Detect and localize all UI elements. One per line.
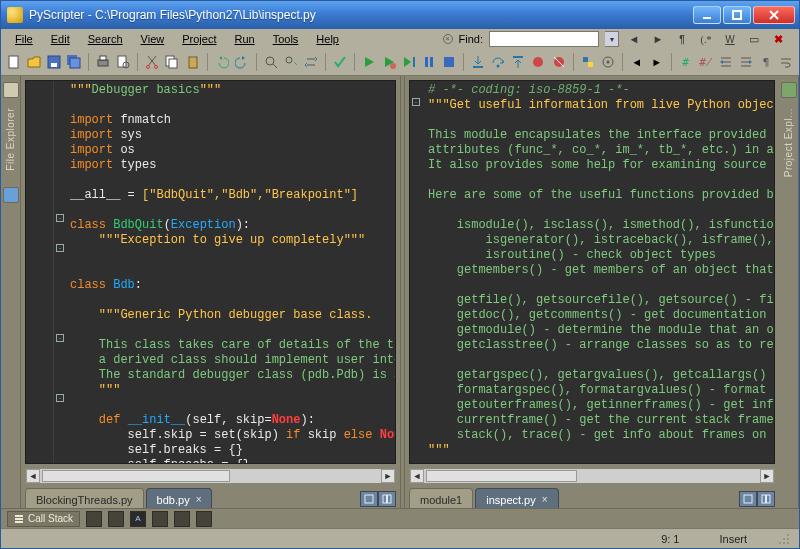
toggle-ws-icon[interactable]: ¶ <box>757 52 775 72</box>
find-option-case-icon[interactable]: ¶ <box>673 30 691 48</box>
call-stack-panel-tab[interactable]: Call Stack <box>7 511 80 527</box>
right-dock-label[interactable]: Project Expl... <box>783 108 794 177</box>
bottom-tool-2-icon[interactable] <box>108 511 124 527</box>
file-explorer-toggle-icon[interactable] <box>3 82 19 98</box>
toggle-wrap-icon[interactable] <box>777 52 795 72</box>
tab-close-icon[interactable]: × <box>196 494 202 505</box>
menu-view[interactable]: View <box>133 32 173 46</box>
find-prev-button[interactable]: ◄ <box>625 30 643 48</box>
left-hscrollbar[interactable]: ◄ ► <box>25 468 396 484</box>
scroll-thumb[interactable] <box>42 470 230 482</box>
bottom-tool-6-icon[interactable] <box>196 511 212 527</box>
svg-rect-7 <box>100 56 106 60</box>
menu-edit[interactable]: Edit <box>43 32 78 46</box>
replace-icon[interactable] <box>302 52 320 72</box>
python-versions-icon[interactable] <box>578 52 596 72</box>
left-pane-menu-icon[interactable] <box>360 491 378 507</box>
tab-inspect[interactable]: inspect.py× <box>475 488 558 508</box>
save-icon[interactable] <box>45 52 63 72</box>
find-input[interactable] <box>489 31 599 47</box>
scroll-right-icon[interactable]: ► <box>381 469 395 483</box>
scroll-left-icon[interactable]: ◄ <box>410 469 424 483</box>
save-all-icon[interactable] <box>65 52 83 72</box>
project-explorer-toggle-icon[interactable] <box>781 82 797 98</box>
right-editor[interactable]: # -*- coding: iso-8859-1 -*- """Get usef… <box>424 81 774 463</box>
run-icon[interactable] <box>360 52 378 72</box>
copy-icon[interactable] <box>163 52 181 72</box>
find-close-button[interactable]: × <box>443 34 453 44</box>
find-close-x-icon[interactable]: ✖ <box>769 30 787 48</box>
run-to-cursor-icon[interactable] <box>400 52 418 72</box>
step-into-icon[interactable] <box>469 52 487 72</box>
pause-icon[interactable] <box>420 52 438 72</box>
debug-run-icon[interactable] <box>380 52 398 72</box>
find-next-button[interactable]: ► <box>649 30 667 48</box>
undo-icon[interactable] <box>213 52 231 72</box>
clear-breakpoints-icon[interactable] <box>549 52 567 72</box>
tab-module1[interactable]: module1 <box>409 488 473 508</box>
menu-help[interactable]: Help <box>308 32 347 46</box>
tab-bdb[interactable]: bdb.py× <box>146 488 213 508</box>
fold-marker-icon[interactable]: - <box>56 394 64 402</box>
menu-project[interactable]: Project <box>174 32 224 46</box>
cut-icon[interactable] <box>143 52 161 72</box>
tab-close-icon[interactable]: × <box>542 494 548 505</box>
step-out-icon[interactable] <box>509 52 527 72</box>
bottom-tool-1-icon[interactable] <box>86 511 102 527</box>
left-dock-label[interactable]: File Explorer <box>5 108 16 171</box>
left-foldbar[interactable]: - - - - <box>54 81 66 463</box>
fold-marker-icon[interactable]: - <box>412 98 420 106</box>
svg-rect-37 <box>767 495 771 503</box>
menu-run[interactable]: Run <box>226 32 262 46</box>
scroll-left-icon[interactable]: ◄ <box>26 469 40 483</box>
right-foldbar[interactable]: - <box>410 81 424 463</box>
nav-fwd-icon[interactable]: ► <box>648 52 666 72</box>
scroll-right-icon[interactable]: ► <box>760 469 774 483</box>
syntax-check-icon[interactable] <box>331 52 349 72</box>
bottom-tool-4-icon[interactable] <box>152 511 168 527</box>
redo-icon[interactable] <box>233 52 251 72</box>
find-history-dropdown[interactable] <box>605 31 619 47</box>
right-pane-split-icon[interactable] <box>757 491 775 507</box>
scroll-thumb[interactable] <box>426 470 577 482</box>
fold-marker-icon[interactable]: - <box>56 244 64 252</box>
indent-icon[interactable] <box>717 52 735 72</box>
bottom-tool-5-icon[interactable] <box>174 511 190 527</box>
window-maximize-button[interactable] <box>723 6 751 24</box>
stop-icon[interactable] <box>440 52 458 72</box>
resize-grip-icon[interactable] <box>777 532 791 546</box>
paste-icon[interactable] <box>184 52 202 72</box>
step-over-icon[interactable] <box>489 52 507 72</box>
toggle-breakpoint-icon[interactable] <box>529 52 547 72</box>
python-config-icon[interactable] <box>599 52 617 72</box>
window-minimize-button[interactable] <box>693 6 721 24</box>
menu-tools[interactable]: Tools <box>265 32 307 46</box>
left-gutter[interactable] <box>26 81 54 463</box>
find-option-regex-icon[interactable]: (.* <box>697 30 715 48</box>
menu-search[interactable]: Search <box>80 32 131 46</box>
left-dock-tool-icon[interactable] <box>3 187 19 203</box>
menu-file[interactable]: File <box>7 32 41 46</box>
right-pane-menu-icon[interactable] <box>739 491 757 507</box>
open-file-icon[interactable] <box>25 52 43 72</box>
tab-blockingthreads[interactable]: BlockingThreads.py <box>25 488 144 508</box>
dedent-icon[interactable] <box>737 52 755 72</box>
svg-point-42 <box>787 538 789 540</box>
window-close-button[interactable] <box>753 6 795 24</box>
new-file-icon[interactable] <box>5 52 23 72</box>
find-option-word-icon[interactable]: W <box>721 30 739 48</box>
left-pane-split-icon[interactable] <box>378 491 396 507</box>
find-option-sel-icon[interactable]: ▭ <box>745 30 763 48</box>
print-preview-icon[interactable] <box>114 52 132 72</box>
find-icon[interactable] <box>262 52 280 72</box>
fold-marker-icon[interactable]: - <box>56 334 64 342</box>
comment-icon[interactable]: # <box>677 52 695 72</box>
print-icon[interactable] <box>94 52 112 72</box>
nav-back-icon[interactable]: ◄ <box>628 52 646 72</box>
fold-marker-icon[interactable]: - <box>56 214 64 222</box>
left-editor[interactable]: """Debugger basics""" import fnmatch imp… <box>66 81 395 463</box>
uncomment-icon[interactable]: #̸ <box>697 52 715 72</box>
find-next2-icon[interactable] <box>282 52 300 72</box>
right-hscrollbar[interactable]: ◄ ► <box>409 468 775 484</box>
bottom-tool-3-icon[interactable]: A <box>130 511 146 527</box>
